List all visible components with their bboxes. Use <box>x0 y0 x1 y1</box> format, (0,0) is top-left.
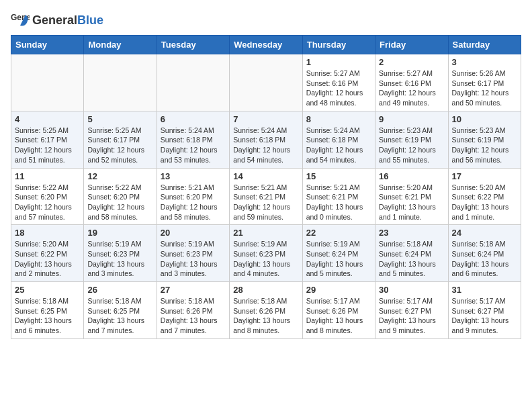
weekday-header-friday: Friday <box>375 36 448 54</box>
weekday-header-saturday: Saturday <box>448 36 521 54</box>
day-detail: Sunrise: 5:18 AM Sunset: 6:24 PM Dayligh… <box>379 239 444 279</box>
day-detail: Sunrise: 5:26 AM Sunset: 6:17 PM Dayligh… <box>452 68 517 108</box>
day-detail: Sunrise: 5:23 AM Sunset: 6:19 PM Dayligh… <box>379 126 444 165</box>
day-detail: Sunrise: 5:18 AM Sunset: 6:26 PM Dayligh… <box>233 296 298 336</box>
day-number: 17 <box>452 171 517 181</box>
calendar-cell <box>84 54 157 111</box>
day-detail: Sunrise: 5:17 AM Sunset: 6:27 PM Dayligh… <box>452 296 517 336</box>
day-number: 25 <box>15 285 80 295</box>
day-detail: Sunrise: 5:25 AM Sunset: 6:17 PM Dayligh… <box>15 126 80 165</box>
day-number: 14 <box>233 171 298 181</box>
calendar-cell <box>11 54 84 111</box>
logo-text: GeneralBlue <box>32 13 103 28</box>
calendar-cell: 28Sunrise: 5:18 AM Sunset: 6:26 PM Dayli… <box>230 282 302 339</box>
day-number: 23 <box>379 228 444 238</box>
day-detail: Sunrise: 5:27 AM Sunset: 6:16 PM Dayligh… <box>379 68 444 108</box>
day-number: 13 <box>161 171 226 181</box>
weekday-header-thursday: Thursday <box>302 36 375 54</box>
calendar-cell: 22Sunrise: 5:19 AM Sunset: 6:24 PM Dayli… <box>302 225 375 282</box>
calendar-cell: 8Sunrise: 5:24 AM Sunset: 6:18 PM Daylig… <box>302 111 375 168</box>
day-detail: Sunrise: 5:21 AM Sunset: 6:20 PM Dayligh… <box>161 183 226 222</box>
header: General GeneralBlue <box>11 11 521 30</box>
weekday-header-monday: Monday <box>84 36 157 54</box>
day-number: 1 <box>306 57 371 67</box>
day-number: 28 <box>233 285 298 295</box>
day-detail: Sunrise: 5:24 AM Sunset: 6:18 PM Dayligh… <box>161 126 226 165</box>
day-detail: Sunrise: 5:22 AM Sunset: 6:20 PM Dayligh… <box>15 183 80 222</box>
calendar-cell: 15Sunrise: 5:21 AM Sunset: 6:21 PM Dayli… <box>302 168 375 225</box>
day-number: 6 <box>161 114 226 124</box>
calendar-cell: 10Sunrise: 5:23 AM Sunset: 6:19 PM Dayli… <box>448 111 521 168</box>
day-number: 18 <box>15 228 80 238</box>
calendar-cell: 4Sunrise: 5:25 AM Sunset: 6:17 PM Daylig… <box>11 111 84 168</box>
week-row-1: 1Sunrise: 5:27 AM Sunset: 6:16 PM Daylig… <box>11 54 521 111</box>
day-number: 9 <box>379 114 444 124</box>
day-number: 29 <box>306 285 371 295</box>
calendar-cell: 21Sunrise: 5:19 AM Sunset: 6:23 PM Dayli… <box>230 225 302 282</box>
day-number: 26 <box>87 285 152 295</box>
day-detail: Sunrise: 5:21 AM Sunset: 6:21 PM Dayligh… <box>306 183 371 222</box>
day-number: 3 <box>452 57 517 67</box>
calendar-cell: 18Sunrise: 5:20 AM Sunset: 6:22 PM Dayli… <box>11 225 84 282</box>
calendar-cell: 16Sunrise: 5:20 AM Sunset: 6:21 PM Dayli… <box>375 168 448 225</box>
day-detail: Sunrise: 5:27 AM Sunset: 6:16 PM Dayligh… <box>306 68 371 108</box>
day-detail: Sunrise: 5:24 AM Sunset: 6:18 PM Dayligh… <box>233 126 298 165</box>
day-number: 4 <box>15 114 80 124</box>
calendar-cell: 31Sunrise: 5:17 AM Sunset: 6:27 PM Dayli… <box>448 282 521 339</box>
calendar-cell: 27Sunrise: 5:18 AM Sunset: 6:26 PM Dayli… <box>157 282 229 339</box>
day-detail: Sunrise: 5:25 AM Sunset: 6:17 PM Dayligh… <box>87 126 152 165</box>
calendar-cell: 30Sunrise: 5:17 AM Sunset: 6:27 PM Dayli… <box>375 282 448 339</box>
calendar-cell: 20Sunrise: 5:19 AM Sunset: 6:23 PM Dayli… <box>157 225 229 282</box>
calendar: SundayMondayTuesdayWednesdayThursdayFrid… <box>11 35 521 339</box>
calendar-cell: 11Sunrise: 5:22 AM Sunset: 6:20 PM Dayli… <box>11 168 84 225</box>
day-number: 10 <box>452 114 517 124</box>
calendar-cell: 6Sunrise: 5:24 AM Sunset: 6:18 PM Daylig… <box>157 111 229 168</box>
day-detail: Sunrise: 5:19 AM Sunset: 6:23 PM Dayligh… <box>87 239 152 279</box>
calendar-cell: 12Sunrise: 5:22 AM Sunset: 6:20 PM Dayli… <box>84 168 157 225</box>
calendar-cell: 3Sunrise: 5:26 AM Sunset: 6:17 PM Daylig… <box>448 54 521 111</box>
day-number: 7 <box>233 114 298 124</box>
day-number: 21 <box>233 228 298 238</box>
day-number: 22 <box>306 228 371 238</box>
calendar-cell: 1Sunrise: 5:27 AM Sunset: 6:16 PM Daylig… <box>302 54 375 111</box>
logo-general: General <box>32 13 77 27</box>
calendar-cell: 24Sunrise: 5:18 AM Sunset: 6:24 PM Dayli… <box>448 225 521 282</box>
day-detail: Sunrise: 5:21 AM Sunset: 6:21 PM Dayligh… <box>233 183 298 222</box>
calendar-cell: 7Sunrise: 5:24 AM Sunset: 6:18 PM Daylig… <box>230 111 302 168</box>
weekday-header-wednesday: Wednesday <box>230 36 302 54</box>
calendar-cell: 5Sunrise: 5:25 AM Sunset: 6:17 PM Daylig… <box>84 111 157 168</box>
day-number: 31 <box>452 285 517 295</box>
day-number: 20 <box>161 228 226 238</box>
week-row-4: 18Sunrise: 5:20 AM Sunset: 6:22 PM Dayli… <box>11 225 521 282</box>
calendar-cell <box>230 54 302 111</box>
logo-blue: Blue <box>77 13 103 27</box>
week-row-3: 11Sunrise: 5:22 AM Sunset: 6:20 PM Dayli… <box>11 168 521 225</box>
day-number: 19 <box>87 228 152 238</box>
day-number: 16 <box>379 171 444 181</box>
day-number: 5 <box>87 114 152 124</box>
day-detail: Sunrise: 5:19 AM Sunset: 6:23 PM Dayligh… <box>233 239 298 279</box>
weekday-header-sunday: Sunday <box>11 36 84 54</box>
calendar-cell: 14Sunrise: 5:21 AM Sunset: 6:21 PM Dayli… <box>230 168 302 225</box>
calendar-cell: 23Sunrise: 5:18 AM Sunset: 6:24 PM Dayli… <box>375 225 448 282</box>
day-detail: Sunrise: 5:17 AM Sunset: 6:27 PM Dayligh… <box>379 296 444 336</box>
weekday-header-row: SundayMondayTuesdayWednesdayThursdayFrid… <box>11 36 521 54</box>
calendar-cell: 25Sunrise: 5:18 AM Sunset: 6:25 PM Dayli… <box>11 282 84 339</box>
day-detail: Sunrise: 5:23 AM Sunset: 6:19 PM Dayligh… <box>452 126 517 165</box>
day-number: 11 <box>15 171 80 181</box>
day-detail: Sunrise: 5:18 AM Sunset: 6:25 PM Dayligh… <box>87 296 152 336</box>
day-detail: Sunrise: 5:19 AM Sunset: 6:24 PM Dayligh… <box>306 239 371 279</box>
day-number: 2 <box>379 57 444 67</box>
day-detail: Sunrise: 5:18 AM Sunset: 6:26 PM Dayligh… <box>161 296 226 336</box>
calendar-cell: 13Sunrise: 5:21 AM Sunset: 6:20 PM Dayli… <box>157 168 229 225</box>
day-number: 12 <box>87 171 152 181</box>
calendar-cell: 29Sunrise: 5:17 AM Sunset: 6:26 PM Dayli… <box>302 282 375 339</box>
calendar-cell: 19Sunrise: 5:19 AM Sunset: 6:23 PM Dayli… <box>84 225 157 282</box>
logo: General GeneralBlue <box>11 11 103 30</box>
day-detail: Sunrise: 5:20 AM Sunset: 6:22 PM Dayligh… <box>452 183 517 222</box>
calendar-cell <box>157 54 229 111</box>
day-detail: Sunrise: 5:19 AM Sunset: 6:23 PM Dayligh… <box>161 239 226 279</box>
day-number: 8 <box>306 114 371 124</box>
day-detail: Sunrise: 5:20 AM Sunset: 6:22 PM Dayligh… <box>15 239 80 279</box>
day-number: 30 <box>379 285 444 295</box>
